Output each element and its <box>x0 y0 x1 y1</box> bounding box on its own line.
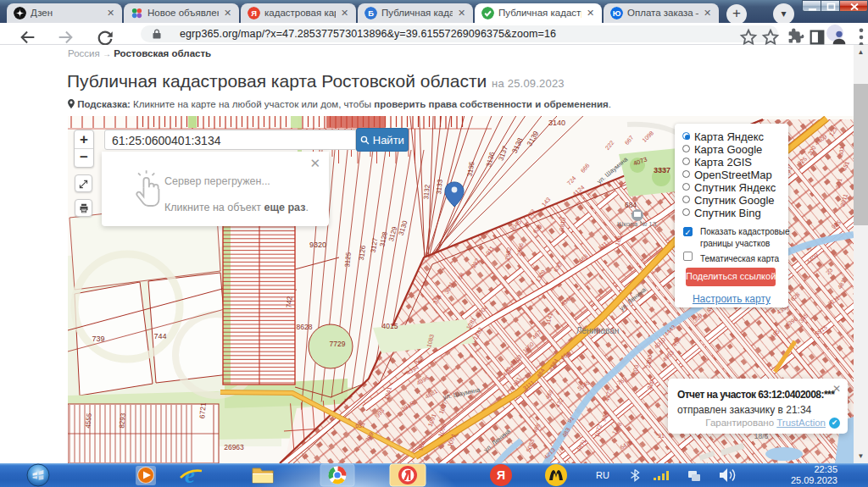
svg-text:739: 739 <box>92 335 104 343</box>
svg-text:684: 684 <box>625 201 637 209</box>
svg-text:9320: 9320 <box>309 241 326 249</box>
svg-text:4555: 4555 <box>84 412 93 429</box>
svg-text:e: e <box>185 463 195 487</box>
svg-text:7729: 7729 <box>330 340 346 348</box>
svg-text:3140: 3140 <box>548 119 565 127</box>
svg-text:3337: 3337 <box>654 166 670 174</box>
svg-text:6721: 6721 <box>198 402 208 419</box>
svg-text:RU: RU <box>596 470 609 480</box>
svg-text:742: 742 <box>284 296 293 308</box>
svg-text:4015: 4015 <box>382 322 398 330</box>
svg-text:8628: 8628 <box>297 323 313 331</box>
svg-text:Б: Б <box>368 9 374 18</box>
svg-text:91: 91 <box>658 433 665 439</box>
svg-text:3132: 3132 <box>422 184 431 200</box>
svg-text:26963: 26963 <box>224 443 244 451</box>
svg-text:Ю: Ю <box>613 9 621 18</box>
svg-text:744: 744 <box>153 332 166 340</box>
svg-text:3133: 3133 <box>435 179 444 195</box>
svg-text:Школа № 13: Школа № 13 <box>617 220 657 228</box>
svg-text:Я: Я <box>251 9 257 18</box>
svg-text:8293: 8293 <box>118 412 127 429</box>
svg-text:3125: 3125 <box>343 252 353 268</box>
svg-text:Ленинаван: Ленинаван <box>576 326 620 335</box>
svg-text:Я: Я <box>497 468 505 482</box>
svg-text:637: 637 <box>355 423 365 429</box>
